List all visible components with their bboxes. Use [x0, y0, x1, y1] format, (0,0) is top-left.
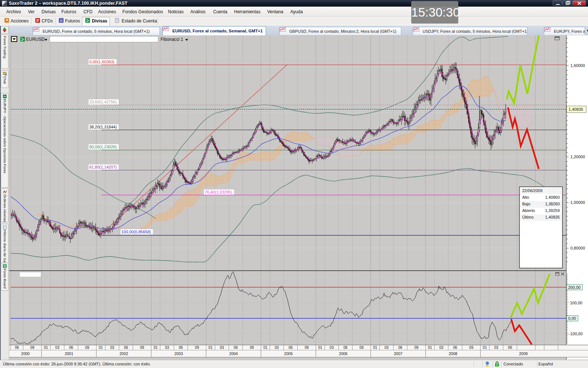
svg-text:1,40860: 1,40860: [545, 195, 560, 199]
svg-text:22/06/2009: 22/06/2009: [522, 188, 542, 193]
svg-text:-100,00: -100,00: [569, 332, 582, 336]
svg-text:61,80(1,14207): 61,80(1,14207): [89, 165, 117, 169]
svg-text:09: 09: [85, 346, 90, 350]
svg-text:01: 01: [263, 346, 268, 350]
svg-text:2002: 2002: [119, 351, 128, 356]
svg-text:06: 06: [15, 346, 19, 350]
svg-text:03: 03: [330, 346, 334, 350]
svg-text:1,40835: 1,40835: [569, 107, 583, 112]
svg-text:200,00: 200,00: [568, 285, 581, 290]
svg-text:2008: 2008: [449, 351, 458, 356]
svg-text:0,80000: 0,80000: [570, 246, 585, 250]
svg-text:09: 09: [415, 346, 419, 350]
svg-text:09: 09: [250, 346, 254, 350]
svg-text:09: 09: [359, 346, 364, 350]
svg-text:01: 01: [154, 346, 158, 350]
svg-text:01: 01: [44, 346, 48, 350]
svg-text:06: 06: [124, 346, 128, 350]
svg-text:2000: 2000: [21, 351, 30, 356]
svg-text:09: 09: [305, 346, 309, 350]
svg-text:Último: Último: [522, 215, 534, 219]
svg-text:01: 01: [428, 346, 433, 350]
svg-text:03: 03: [494, 346, 499, 350]
svg-text:1,20000: 1,20000: [570, 155, 585, 159]
svg-text:2005: 2005: [284, 351, 293, 356]
svg-text:1,38260: 1,38260: [545, 202, 560, 206]
svg-text:1,39259: 1,39259: [545, 208, 560, 213]
svg-text:06: 06: [398, 346, 403, 350]
svg-text:2003: 2003: [175, 351, 183, 356]
svg-text:06: 06: [453, 346, 458, 350]
svg-text:06: 06: [234, 346, 238, 350]
svg-text:2006: 2006: [339, 351, 348, 356]
svg-text:01: 01: [373, 346, 377, 350]
svg-text:03: 03: [165, 346, 169, 350]
svg-text:2007: 2007: [394, 351, 403, 356]
svg-text:01: 01: [208, 346, 213, 350]
svg-text:2001: 2001: [65, 351, 74, 356]
svg-text:09: 09: [140, 346, 144, 350]
svg-text:03: 03: [275, 346, 279, 350]
svg-text:01: 01: [483, 346, 487, 350]
svg-text:06: 06: [508, 346, 512, 350]
svg-text:03: 03: [384, 346, 389, 350]
svg-text:S: S: [60, 19, 62, 22]
svg-text:76,40(1,03295): 76,40(1,03295): [205, 190, 232, 194]
svg-text:09: 09: [195, 346, 199, 350]
svg-text:01: 01: [99, 346, 103, 350]
svg-text:03: 03: [439, 346, 444, 350]
svg-text:100,00: 100,00: [570, 301, 582, 305]
svg-text:2004: 2004: [229, 351, 238, 356]
svg-text:09: 09: [469, 346, 474, 350]
svg-text:1,40835: 1,40835: [545, 215, 560, 219]
svg-text:03: 03: [55, 346, 60, 350]
svg-text:06: 06: [179, 346, 183, 350]
svg-text:06: 06: [288, 346, 293, 350]
svg-text:06: 06: [69, 346, 74, 350]
svg-text:23,60(1,42756): 23,60(1,42756): [89, 100, 117, 104]
svg-text:0,00: 0,00: [568, 316, 576, 321]
svg-text:03: 03: [110, 346, 115, 350]
svg-text:Abierto: Abierto: [522, 208, 535, 213]
svg-text:1,60000: 1,60000: [570, 63, 585, 68]
svg-text:2009: 2009: [519, 351, 528, 356]
svg-text:03: 03: [220, 346, 224, 350]
svg-text:50,00(1,23026): 50,00(1,23026): [89, 145, 117, 149]
svg-text:09: 09: [30, 346, 35, 350]
svg-text:0,00(1,60393): 0,00(1,60393): [89, 60, 115, 64]
svg-text:100,00(0,85658): 100,00(0,85658): [121, 230, 151, 234]
svg-text:06: 06: [343, 346, 348, 350]
svg-text:Bajo: Bajo: [522, 202, 530, 206]
svg-text:01: 01: [318, 346, 323, 350]
svg-text:Alto: Alto: [522, 195, 529, 199]
svg-text:38,20(1,31844): 38,20(1,31844): [89, 125, 117, 129]
svg-text:1,00000: 1,00000: [570, 200, 585, 205]
